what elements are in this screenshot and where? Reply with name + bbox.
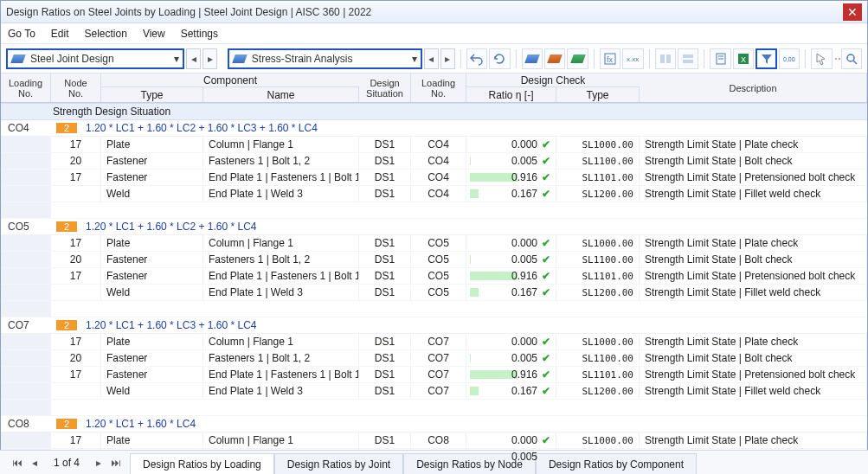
table-row[interactable]: 20 Fastener Fasteners 1 | Bolt 1, 2 DS1 … bbox=[1, 252, 867, 268]
group-row[interactable]: CO5 2 1.20 * LC1 + 1.60 * LC2 + 1.60 * L… bbox=[1, 219, 867, 235]
footer: ⏮ ◂ 1 of 4 ▸ ⏭ Design Ratios by Loading … bbox=[0, 450, 868, 474]
check-icon: ✔ bbox=[542, 286, 550, 298]
tool-calc-icon[interactable]: fx bbox=[600, 48, 620, 69]
check-icon: ✔ bbox=[542, 336, 550, 348]
close-button[interactable]: ✕ bbox=[843, 3, 862, 21]
results-grid: LoadingNo. NodeNo. Component Type Name D… bbox=[1, 74, 867, 466]
group-load: CO4 bbox=[1, 122, 51, 134]
cell-node: 17 bbox=[51, 170, 101, 185]
col-type[interactable]: Type bbox=[101, 87, 203, 102]
tool-layout1-icon[interactable] bbox=[655, 48, 676, 69]
cell-type: Fastener bbox=[101, 170, 203, 185]
svg-line-14 bbox=[853, 61, 857, 64]
group-formula: 1.20 * LC1 + 1.60 * LC4 bbox=[77, 418, 196, 430]
table-row[interactable]: 20 Fastener Fasteners 1 | Bolt 1, 2 DS1 … bbox=[1, 350, 867, 367]
cell-ctype: SL1200.00 bbox=[556, 285, 640, 300]
tool-pointer-icon[interactable] bbox=[811, 48, 832, 69]
svg-rect-3 bbox=[660, 54, 665, 63]
tool-doc-icon[interactable] bbox=[710, 48, 730, 69]
cell-desc: Strength Limit State | Plate check bbox=[640, 137, 867, 152]
cell-desc: Strength Limit State | Plate check bbox=[640, 432, 867, 448]
cell-loadno: CO5 bbox=[411, 285, 466, 300]
col-loading-no-2[interactable]: LoadingNo. bbox=[411, 74, 466, 102]
combo1-next[interactable]: ▸ bbox=[203, 48, 217, 69]
cell-node: 17 bbox=[51, 235, 101, 251]
cell-type: Plate bbox=[101, 432, 203, 448]
group-row[interactable]: CO7 2 1.20 * LC1 + 1.60 * LC3 + 1.60 * L… bbox=[1, 317, 867, 334]
pager-last[interactable]: ⏭ bbox=[109, 456, 123, 470]
cell-loadno: CO7 bbox=[411, 383, 466, 399]
group-row[interactable]: CO8 2 1.20 * LC1 + 1.60 * LC4 bbox=[1, 416, 867, 432]
tool-find-icon[interactable] bbox=[841, 48, 862, 69]
combo2-next[interactable]: ▸ bbox=[440, 48, 455, 69]
tool-beam2-icon[interactable] bbox=[544, 48, 565, 69]
tab-by-loading[interactable]: Design Ratios by Loading bbox=[130, 453, 274, 475]
pager-prev[interactable]: ◂ bbox=[28, 456, 42, 470]
cell-desc: Strength Limit State | Pretensioned bolt… bbox=[640, 268, 867, 284]
design-addon-combo[interactable]: Steel Joint Design ▾ bbox=[6, 48, 184, 69]
cell-ctype: SL1000.00 bbox=[556, 334, 640, 349]
table-row[interactable]: 17 Fastener End Plate 1 | Fasteners 1 | … bbox=[1, 170, 867, 186]
group-row[interactable]: CO4 2 1.20 * LC1 + 1.60 * LC2 + 1.60 * L… bbox=[1, 120, 867, 137]
cell-ctype: SL1101.00 bbox=[556, 170, 640, 185]
col-component: Component Type Name bbox=[101, 74, 359, 102]
tool-beam1-icon[interactable] bbox=[522, 48, 543, 69]
col-design-situation[interactable]: DesignSituation bbox=[359, 74, 411, 102]
menu-goto[interactable]: Go To bbox=[8, 28, 35, 40]
cell-ctype: SL1100.00 bbox=[556, 153, 640, 169]
tool-excel-icon[interactable]: X bbox=[733, 48, 754, 69]
cell-type: Fastener bbox=[101, 153, 203, 169]
combo2-prev[interactable]: ◂ bbox=[424, 48, 439, 69]
svg-rect-4 bbox=[666, 54, 671, 63]
col-check-type[interactable]: Type bbox=[556, 87, 640, 102]
cell-node: 17 bbox=[51, 334, 101, 349]
table-row[interactable]: 20 Fastener Fasteners 1 | Bolt 1, 2 DS1 … bbox=[1, 153, 867, 170]
tab-by-component[interactable]: Design Ratios by Component bbox=[536, 453, 697, 475]
tool-undo-icon[interactable] bbox=[466, 48, 487, 69]
table-row[interactable]: 17 Plate Column | Flange 1 DS1 CO4 0.000… bbox=[1, 137, 867, 153]
cell-ctype: SL1101.00 bbox=[556, 268, 640, 284]
table-row[interactable]: 17 Plate Column | Flange 1 DS1 CO8 0.000… bbox=[1, 432, 867, 449]
col-name[interactable]: Name bbox=[203, 87, 359, 102]
col-loading-no[interactable]: LoadingNo. bbox=[1, 74, 51, 102]
tab-by-joint[interactable]: Design Ratios by Joint bbox=[274, 453, 403, 475]
col-ratio[interactable]: Ratio η [-] bbox=[466, 87, 556, 102]
group-load: CO5 bbox=[1, 221, 51, 233]
table-row[interactable]: 17 Fastener End Plate 1 | Fasteners 1 | … bbox=[1, 268, 867, 285]
tool-xxx-icon[interactable]: x.xx bbox=[622, 48, 643, 69]
table-row[interactable]: Weld End Plate 1 | Weld 3 DS1 CO7 0.167✔… bbox=[1, 383, 867, 400]
cell-desc: Strength Limit State | Pretensioned bolt… bbox=[640, 170, 867, 185]
menu-selection[interactable]: Selection bbox=[85, 28, 127, 40]
cell-ds: DS1 bbox=[359, 186, 411, 202]
menu-settings[interactable]: Settings bbox=[181, 28, 218, 40]
cell-loadno: CO5 bbox=[411, 268, 466, 284]
col-node-no[interactable]: NodeNo. bbox=[51, 74, 101, 102]
group-badge: 2 bbox=[56, 320, 77, 330]
tool-beam3-icon[interactable] bbox=[567, 48, 588, 69]
cell-ratio: 0.916✔ bbox=[466, 170, 556, 185]
analysis-combo[interactable]: Stress-Strain Analysis ▾ bbox=[228, 48, 422, 69]
menu-edit[interactable]: Edit bbox=[51, 28, 69, 40]
col-description[interactable]: Description bbox=[640, 74, 867, 102]
cell-ratio: 0.167✔ bbox=[466, 383, 556, 399]
toolbar: Steel Joint Design ▾ ◂ ▸ Stress-Strain A… bbox=[1, 44, 867, 74]
table-row[interactable]: 17 Plate Column | Flange 1 DS1 CO5 0.000… bbox=[1, 235, 867, 252]
tool-decimal-icon[interactable]: 0,00 bbox=[779, 48, 800, 69]
pager-next[interactable]: ▸ bbox=[92, 456, 106, 470]
cell-ds: DS1 bbox=[359, 285, 411, 300]
combo1-prev[interactable]: ◂ bbox=[186, 48, 201, 69]
grid-body[interactable]: Strength Design SituationCO4 2 1.20 * LC… bbox=[1, 103, 867, 466]
table-row[interactable]: 17 Plate Column | Flange 1 DS1 CO7 0.000… bbox=[1, 334, 867, 350]
pager-first[interactable]: ⏮ bbox=[10, 456, 24, 470]
tool-refresh-icon[interactable] bbox=[489, 48, 510, 69]
tool-layout2-icon[interactable] bbox=[678, 48, 698, 69]
table-row[interactable]: 17 Fastener End Plate 1 | Fasteners 1 | … bbox=[1, 367, 867, 383]
table-row[interactable]: Weld End Plate 1 | Weld 3 DS1 CO5 0.167✔… bbox=[1, 285, 867, 301]
cell-desc: Strength Limit State | Fillet weld check bbox=[640, 186, 867, 202]
cell-ctype: SL1100.00 bbox=[556, 350, 640, 366]
menu-view[interactable]: View bbox=[143, 28, 165, 40]
table-row[interactable]: Weld End Plate 1 | Weld 3 DS1 CO4 0.167✔… bbox=[1, 186, 867, 202]
tool-filter-icon[interactable] bbox=[755, 48, 777, 69]
cell-desc: Strength Limit State | Bolt check bbox=[640, 350, 867, 366]
cell-type: Plate bbox=[101, 334, 203, 349]
